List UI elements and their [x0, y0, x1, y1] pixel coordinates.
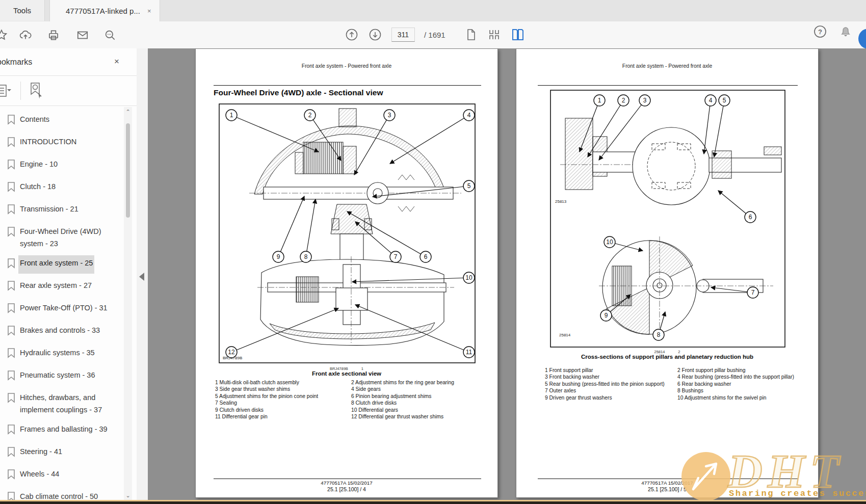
tab-tools[interactable]: Tools: [0, 0, 45, 21]
legend-entry: 6 Pinion bearing adjustment shims: [351, 393, 454, 400]
cloud-upload-icon[interactable]: [19, 29, 32, 42]
legend-entry: 8 Clutch drive disks: [351, 400, 454, 407]
tab-document[interactable]: 47770517A-linked p... ×: [49, 0, 160, 21]
bookmark-item[interactable]: Contents: [0, 110, 122, 132]
svg-text:9: 9: [277, 253, 280, 260]
bookmark-item[interactable]: INTRODUCTION: [0, 132, 122, 154]
svg-text:4: 4: [467, 112, 471, 119]
svg-text:5: 5: [467, 182, 471, 190]
goto-current-bookmark-icon[interactable]: [28, 82, 43, 101]
svg-text:3: 3: [388, 112, 391, 119]
bookmark-item[interactable]: Power Take-Off (PTO) - 31: [0, 298, 122, 321]
svg-text:10: 10: [465, 274, 473, 281]
svg-text:6: 6: [749, 214, 752, 221]
two-page-view-icon[interactable]: [511, 28, 525, 42]
bookmark-item-label: Four-Wheel Drive (4WD) system - 23: [20, 225, 120, 250]
bookmarks-close-icon[interactable]: ×: [114, 57, 119, 67]
svg-text:2: 2: [622, 97, 625, 104]
svg-text:4: 4: [709, 97, 713, 104]
watermark-brand: DHT: [728, 447, 844, 495]
bookmark-item[interactable]: Cab climate control - 50: [0, 487, 122, 500]
svg-text:8: 8: [657, 331, 661, 338]
bookmark-item[interactable]: Engine - 10: [0, 154, 122, 177]
scrollbar-down-icon[interactable]: ⌄: [124, 492, 132, 499]
bookmark-item-label: Contents: [20, 113, 49, 128]
figure-caption: Front axle sectional view: [196, 370, 497, 377]
legend-entry: 4 Rear bushing (press-fitted into the su…: [677, 374, 794, 381]
tab-bar: Tools 47770517A-linked p... ×: [0, 0, 866, 22]
panel-divider: [137, 48, 148, 500]
figure-callout-4: 4: [704, 95, 716, 154]
bookmark-item[interactable]: Transmission - 21: [0, 199, 122, 222]
figure-callout-5: 5: [714, 95, 730, 157]
bookmark-item[interactable]: Four-Wheel Drive (4WD) system - 23: [0, 222, 122, 253]
tab-close-icon[interactable]: ×: [147, 7, 151, 15]
figure-legend: 1 Multi-disk oil-bath clutch assembly2 A…: [215, 380, 454, 420]
page-number-input[interactable]: [391, 28, 415, 42]
figure-callout-6: 6: [718, 191, 756, 223]
pdf-page-left: Front axle system - Powered front axle F…: [195, 48, 498, 498]
bookmark-item[interactable]: Hitches, drawbars, and implement couplin…: [0, 388, 122, 419]
bookmark-icon: [7, 392, 16, 416]
email-icon[interactable]: [76, 29, 89, 42]
bookmark-icon: [7, 424, 16, 438]
bookmark-item[interactable]: Rear axle system - 27: [0, 276, 122, 298]
collapse-pane-icon[interactable]: [139, 273, 144, 281]
document-canvas[interactable]: Front axle system - Powered front axle F…: [148, 48, 866, 500]
bookmark-icon: [7, 181, 16, 196]
bookmark-item[interactable]: Wheels - 44: [0, 464, 122, 487]
scrollbar-up-icon[interactable]: ⌃: [124, 108, 132, 115]
bookmark-item-label: Clutch - 18: [20, 180, 56, 196]
running-header: Front axle system - Powered front axle: [516, 63, 818, 69]
legend-entry: 3 Front backing washer: [545, 374, 677, 381]
bookmark-item[interactable]: Clutch - 18: [0, 177, 122, 199]
bookmark-item-label: Pneumatic system - 36: [20, 369, 95, 384]
bookmark-icon: [7, 226, 16, 250]
bell-icon[interactable]: [838, 24, 853, 41]
bookmark-item-label: Wheels - 44: [20, 468, 59, 483]
svg-text:?: ?: [818, 28, 822, 36]
bookmark-item-label: Hydraulic systems - 35: [20, 347, 95, 362]
cross-section-figure: 25813 25814 12345610798: [550, 90, 785, 348]
page-grid-icon[interactable]: [487, 28, 502, 42]
help-icon[interactable]: ?: [813, 24, 827, 41]
legend-entry: 1 Multi-disk oil-bath clutch assembly: [215, 380, 351, 386]
legend-entry: 6 Rear backing washer: [677, 381, 794, 388]
print-icon[interactable]: [47, 29, 60, 42]
legend-entry: 10 Adjustment shims for the swivel pin: [677, 395, 794, 402]
star-icon[interactable]: [0, 29, 8, 42]
bookmark-item[interactable]: Frames and ballasting - 39: [0, 419, 122, 442]
search-icon[interactable]: [103, 29, 117, 42]
sidebar-scrollbar[interactable]: ⌃ ⌄: [124, 107, 132, 500]
bookmark-icon: [7, 159, 16, 173]
legend-entry: 7 Sealing: [215, 400, 351, 407]
bookmark-item-label: Rear axle system - 27: [20, 279, 92, 295]
scrollbar-thumb[interactable]: [126, 123, 130, 218]
page-up-icon[interactable]: [345, 28, 359, 42]
bookmarks-panel-title: ookmarks: [0, 58, 32, 67]
running-header: Front axle system - Powered front axle: [196, 63, 497, 69]
axle-sectional-drawing: [249, 109, 461, 346]
figure-inner-label-bottom: 25814: [559, 333, 571, 337]
svg-text:5: 5: [723, 97, 726, 104]
bookmark-item[interactable]: Hydraulic systems - 35: [0, 343, 122, 365]
figure-legend: 1 Front support pillar2 Front support pi…: [545, 367, 794, 402]
single-page-icon[interactable]: [464, 28, 478, 42]
svg-text:2: 2: [308, 112, 312, 119]
bookmark-icon: [7, 325, 16, 339]
bookmarks-list: ContentsINTRODUCTIONEngine - 10Clutch - …: [0, 105, 122, 500]
bookmark-item[interactable]: Steering - 41: [0, 442, 122, 464]
bookmark-item-label: Hitches, drawbars, and implement couplin…: [20, 391, 120, 416]
bookmark-icon: [7, 303, 16, 317]
figure-callout-9: 9: [273, 196, 304, 262]
bookmark-item-label: Steering - 41: [20, 445, 62, 461]
footer-rule: [214, 479, 481, 479]
page-down-icon[interactable]: [368, 28, 382, 42]
bookmark-options-icon[interactable]: [0, 83, 13, 101]
bookmark-item[interactable]: Brakes and controls - 33: [0, 321, 122, 343]
bookmark-item-label: Transmission - 21: [20, 203, 78, 218]
bookmark-item[interactable]: Pneumatic system - 36: [0, 365, 122, 388]
svg-text:7: 7: [751, 289, 755, 296]
main-toolbar: / 1691 ?: [0, 21, 866, 49]
bookmark-item[interactable]: Front axle system - 25: [0, 253, 122, 276]
